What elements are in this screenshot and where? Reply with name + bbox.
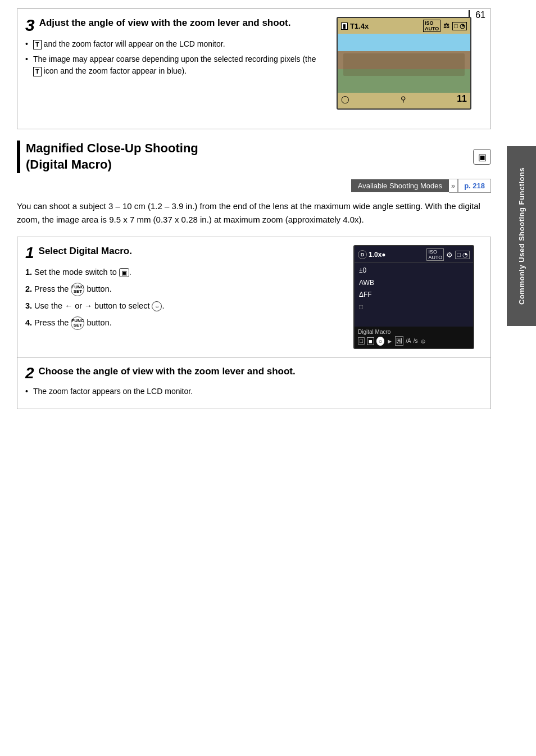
lcd-camera-icon: ▮ — [341, 22, 348, 30]
lcd2-mode-icons: □ ■ ○ ► 园 /A /s ☺ — [358, 336, 470, 346]
substep-1: 1. Set the mode switch to ▣. — [25, 266, 345, 279]
lcd2-mode-sq: □ ◔ — [455, 251, 470, 259]
shooting-modes-bar: Available Shooting Modes » p. 218 — [17, 179, 491, 193]
magnified-title-line2: (Digital Macro) — [26, 157, 467, 173]
arrow-right-icon: → — [84, 301, 92, 310]
lcd-bottom: ◯ ⚲ 11 — [338, 93, 470, 105]
lcd2-mode-label: Digital Macro — [358, 329, 470, 335]
icon-c1: ■ — [367, 337, 374, 345]
arrow-left-icon: ← — [65, 301, 72, 310]
sidebar-tab: Commonly Used Shooting Functions — [507, 146, 536, 326]
magnified-section: Magnified Close-Up Shooting (Digital Mac… — [17, 141, 491, 409]
step-2-number: 2 — [25, 365, 34, 381]
magnified-description: You can shoot a subject 3 – 10 cm (1.2 –… — [17, 200, 491, 227]
magnified-heading-wrapper: Magnified Close-Up Shooting (Digital Mac… — [17, 141, 491, 173]
step-3-body: T and the zoom factor will appear on the… — [25, 38, 325, 77]
lcd2-wb: AWB — [359, 277, 469, 289]
icon-c4: 园 — [395, 336, 403, 346]
lcd-mode-icons: □ ◔ — [452, 22, 467, 30]
step-1-row: 1 Select Digital Macro. 1. Set the mode … — [17, 237, 490, 357]
lcd2-top-bar: D 1.0x● ISOAUTO ⚙ □ ◔ — [355, 246, 473, 262]
lcd2-iso: ISOAUTO — [426, 248, 444, 261]
step-1-left: 1 Select Digital Macro. 1. Set the mode … — [25, 245, 345, 334]
step-2-bullet-1: The zoom factor appears on the LCD monit… — [25, 386, 483, 397]
step-3-number: 3 — [25, 17, 35, 34]
step-3-bullet-1: T and the zoom factor will appear on the… — [25, 38, 325, 50]
icon-c5: /A — [406, 338, 411, 344]
section-3-left: 3 Adjust the angle of view with the zoom… — [25, 17, 325, 110]
icon-c2: ○ — [376, 337, 385, 346]
lcd2-focus-icon: □ — [359, 301, 469, 314]
step-1-substeps: 1. Set the mode switch to ▣. 2. Press th… — [25, 266, 345, 330]
substep-2: 2. Press the FUNCSET button. — [25, 283, 345, 296]
heading-text-block: Magnified Close-Up Shooting (Digital Mac… — [26, 141, 467, 173]
icon-c7: ☺ — [420, 338, 426, 345]
camera-lcd-3: ▮ T1.4x ISOAUTO ⚖ □ ◔ — [337, 17, 471, 110]
lcd-settings-icon: ⚖ — [443, 22, 449, 30]
lcd-focus-icon: ◯ — [341, 95, 349, 103]
lcd2-d-icon: D — [358, 250, 367, 259]
lcd2-zoom: 1.0x● — [369, 251, 386, 259]
icon-auto: □ — [358, 337, 365, 345]
lcd2-right-icons: ISOAUTO ⚙ □ ◔ — [426, 248, 470, 261]
camera-mode-inline-icon: ▣ — [119, 268, 129, 277]
func-set-btn-2: FUNCSET — [71, 316, 84, 330]
lcd-image — [338, 34, 470, 93]
substep-3: 3. Use the ← or → button to select ○. — [25, 300, 345, 313]
magnified-title-line1: Magnified Close-Up Shooting — [26, 141, 467, 157]
lcd2-middle-area: ±0 AWB ΔFF □ — [355, 262, 473, 315]
icon-c3: ► — [387, 338, 393, 345]
step-3-bullet-2: The image may appear coarse depending up… — [25, 53, 325, 77]
func-set-btn-1: FUNCSET — [71, 283, 84, 296]
lcd2-bottom-panel: Digital Macro □ ■ ○ ► 园 /A /s ☺ — [355, 327, 473, 348]
digital-macro-select-icon: ○ — [152, 301, 162, 311]
lcd-mic-icon: ⚲ — [401, 95, 406, 103]
t-icon: T — [33, 40, 42, 49]
heading-bar — [17, 141, 20, 173]
lcd-zoom-label: T1.4x — [350, 22, 369, 30]
step-1-camera-display: D 1.0x● ISOAUTO ⚙ □ ◔ ±0 — [353, 245, 483, 349]
shooting-modes-link[interactable]: p. 218 — [458, 179, 491, 193]
step-2-title: Choose the angle of view with the zoom l… — [39, 365, 296, 378]
step-3-title: Adjust the angle of view with the zoom l… — [39, 17, 291, 29]
shooting-modes-label: Available Shooting Modes — [351, 179, 449, 192]
substep-4: 4. Press the FUNCSET button. — [25, 316, 345, 330]
section-3-camera-display: ▮ T1.4x ISOAUTO ⚖ □ ◔ — [337, 17, 483, 110]
camera-lcd-1: D 1.0x● ISOAUTO ⚙ □ ◔ ±0 — [353, 245, 474, 349]
lcd2-af: ΔFF — [359, 289, 469, 301]
step-2-row: 2 Choose the angle of view with the zoom… — [17, 357, 490, 409]
lcd2-mode-area: D 1.0x● — [358, 250, 386, 259]
lcd-iso-icon: ISOAUTO — [423, 20, 440, 32]
icon-c6: /s — [414, 338, 418, 344]
step-2-content: 2 Choose the angle of view with the zoom… — [25, 365, 483, 401]
section-3-container: 3 Adjust the angle of view with the zoom… — [17, 8, 491, 129]
lcd2-ev: ±0 — [359, 265, 469, 277]
lcd2-settings: ⚙ — [446, 251, 453, 259]
camera-mode-icon: ▣ — [473, 149, 491, 165]
t-icon-2: T — [33, 67, 42, 76]
step-1-title: Select Digital Macro. — [39, 245, 132, 257]
step-2-body: The zoom factor appears on the LCD monit… — [25, 386, 483, 397]
digital-macro-steps: 1 Select Digital Macro. 1. Set the mode … — [17, 237, 491, 409]
step-1-number: 1 — [25, 245, 34, 261]
shooting-modes-chevron: » — [449, 179, 458, 193]
lcd-frame-number: 11 — [457, 94, 467, 104]
